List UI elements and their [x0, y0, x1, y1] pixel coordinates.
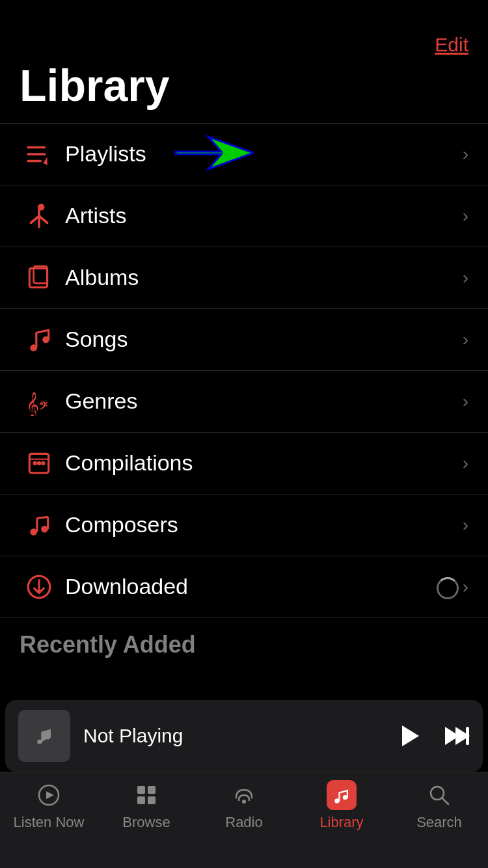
tab-search[interactable]: Search	[390, 780, 488, 831]
list-item-label-compilations: Compilations	[65, 450, 463, 476]
list-item-genres[interactable]: 𝄞 𝄢 Genres ›	[0, 371, 488, 433]
list-item-label-albums: Albums	[65, 265, 463, 290]
list-item-composers[interactable]: Composers ›	[0, 495, 488, 556]
playlists-chevron-area: ›	[463, 144, 468, 165]
playlist-icon	[20, 141, 59, 168]
svg-rect-8	[29, 268, 47, 287]
albums-icon	[20, 264, 59, 292]
svg-point-5	[38, 204, 45, 211]
list-item-label-composers: Composers	[65, 512, 463, 537]
search-icon	[424, 780, 454, 810]
page-title: Library	[20, 61, 468, 110]
svg-point-10	[30, 344, 37, 351]
svg-point-16	[37, 461, 41, 465]
svg-point-11	[42, 336, 49, 344]
status-bar	[0, 0, 488, 29]
albums-chevron: ›	[463, 267, 468, 288]
list-item-songs[interactable]: Songs ›	[0, 309, 488, 371]
list-item-label-songs: Songs	[65, 327, 463, 352]
compilations-chevron-area: ›	[463, 453, 468, 474]
svg-point-15	[33, 461, 37, 465]
svg-rect-35	[148, 786, 156, 794]
svg-point-39	[334, 798, 339, 803]
loading-spinner	[437, 577, 456, 597]
library-icon	[327, 780, 357, 810]
svg-line-42	[442, 798, 448, 804]
list-item-label-playlists: Playlists	[65, 141, 463, 167]
svg-text:𝄢: 𝄢	[39, 400, 47, 414]
playlists-chevron: ›	[463, 144, 468, 165]
svg-rect-37	[148, 796, 156, 804]
tab-listen-now[interactable]: Listen Now	[0, 780, 98, 831]
tab-radio[interactable]: Radio	[195, 780, 293, 831]
library-list: Playlists › Artists ›	[0, 123, 488, 618]
genres-chevron-area: ›	[463, 391, 468, 412]
tab-search-label: Search	[416, 814, 462, 831]
list-item-artists[interactable]: Artists ›	[0, 185, 488, 247]
svg-point-41	[431, 787, 444, 800]
edit-button[interactable]: Edit	[435, 34, 468, 56]
composers-chevron: ›	[463, 515, 468, 536]
songs-chevron: ›	[463, 329, 468, 350]
radio-icon	[229, 780, 259, 810]
svg-point-26	[37, 739, 42, 744]
list-item-compilations[interactable]: Compilations ›	[0, 433, 488, 495]
svg-line-23	[37, 517, 48, 518]
albums-chevron-area: ›	[463, 267, 468, 288]
downloaded-icon	[20, 573, 59, 601]
tab-library[interactable]: Library	[293, 780, 390, 831]
svg-line-6	[31, 216, 39, 223]
svg-rect-36	[137, 796, 145, 804]
genres-chevron: ›	[463, 391, 468, 412]
mini-player-status: Not Playing	[83, 725, 397, 747]
songs-chevron-area: ›	[463, 329, 468, 350]
mini-player-controls	[397, 722, 470, 750]
downloaded-extras-area: ›	[437, 576, 468, 597]
mini-player-artwork	[18, 710, 70, 762]
header: Edit Library	[0, 29, 488, 123]
tab-browse-label: Browse	[122, 814, 170, 831]
svg-marker-33	[46, 791, 54, 799]
songs-icon	[20, 326, 59, 353]
svg-point-19	[30, 528, 37, 536]
mini-player[interactable]: Not Playing	[5, 700, 483, 772]
list-item-label-downloaded: Downloaded	[65, 574, 437, 599]
artists-chevron: ›	[463, 206, 468, 226]
tab-listen-now-label: Listen Now	[14, 814, 85, 831]
composers-chevron-area: ›	[463, 515, 468, 536]
skip-forward-button[interactable]	[441, 722, 470, 750]
compilations-icon	[20, 450, 59, 477]
recently-added-heading: Recently Added	[0, 618, 488, 665]
list-item-playlists[interactable]: Playlists ›	[0, 124, 488, 185]
composers-icon	[20, 511, 59, 539]
listen-now-icon	[34, 780, 64, 810]
list-item-albums[interactable]: Albums ›	[0, 247, 488, 309]
downloaded-chevron: ›	[463, 576, 468, 597]
artist-icon	[20, 202, 59, 230]
list-item-label-artists: Artists	[65, 203, 463, 228]
svg-marker-28	[402, 726, 419, 746]
browse-icon	[131, 780, 161, 810]
tab-library-label: Library	[319, 814, 363, 831]
svg-point-38	[242, 800, 246, 804]
artists-chevron-area: ›	[463, 206, 468, 226]
tab-radio-label: Radio	[225, 814, 262, 831]
compilations-chevron: ›	[463, 453, 468, 474]
svg-rect-34	[137, 786, 145, 794]
svg-text:𝄞: 𝄞	[26, 392, 39, 416]
tab-browse[interactable]: Browse	[98, 780, 195, 831]
svg-point-27	[46, 735, 50, 739]
tab-bar: Listen Now Browse Radio	[0, 772, 488, 868]
play-button[interactable]	[397, 722, 423, 750]
genres-icon: 𝄞 𝄢	[20, 387, 59, 416]
svg-line-7	[39, 216, 47, 223]
svg-rect-31	[466, 727, 469, 745]
list-item-label-genres: Genres	[65, 388, 463, 414]
edit-button-container: Edit	[20, 29, 468, 61]
svg-point-17	[41, 461, 45, 465]
svg-point-40	[343, 795, 347, 800]
list-item-downloaded[interactable]: Downloaded ›	[0, 556, 488, 618]
